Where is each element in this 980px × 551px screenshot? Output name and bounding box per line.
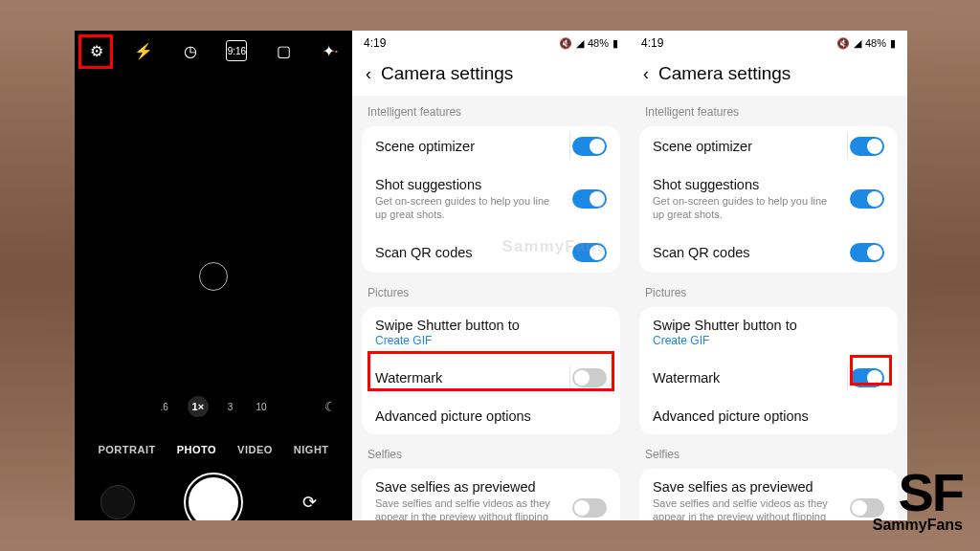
toggle-scene-optimizer[interactable]	[572, 137, 607, 156]
clock: 4:19	[641, 36, 663, 50]
timer-icon[interactable]: ◷	[180, 40, 201, 61]
section-pictures: Pictures	[630, 276, 907, 303]
toggle-scene-optimizer[interactable]	[850, 137, 884, 156]
section-selfies: Selfies	[630, 438, 907, 465]
shutter-button[interactable]	[186, 474, 241, 520]
section-pictures: Pictures	[352, 276, 630, 303]
viewfinder[interactable]	[75, 71, 352, 339]
clock: 4:19	[364, 36, 386, 50]
card-pictures: Swipe Shutter button to Create GIF Water…	[362, 307, 620, 434]
gallery-thumbnail[interactable]	[100, 485, 135, 519]
card-intelligent: Scene optimizer Shot suggestions Get on-…	[639, 126, 898, 273]
row-shot-suggestions[interactable]: Shot suggestions Get on-screen guides to…	[639, 166, 898, 232]
page-title: Camera settings	[658, 63, 791, 84]
settings-header: ‹ Camera settings	[630, 55, 907, 96]
status-icons: 🔇 ◢ 48% ▮	[559, 36, 618, 50]
row-advanced[interactable]: Advanced picture options	[639, 398, 898, 434]
status-bar: 4:19 🔇 ◢ 48% ▮	[630, 31, 907, 55]
night-icon[interactable]: ☾	[324, 399, 337, 414]
signal-icon: ◢	[854, 37, 861, 50]
row-watermark[interactable]: Watermark	[362, 358, 620, 398]
card-selfies: Save selfies as previewed Save selfies a…	[362, 469, 620, 520]
row-swipe-shutter[interactable]: Swipe Shutter button to Create GIF	[362, 307, 620, 358]
back-icon[interactable]: ‹	[643, 64, 649, 84]
section-selfies: Selfies	[352, 438, 630, 465]
mute-icon: 🔇	[559, 37, 572, 50]
battery-icon: ▮	[612, 37, 618, 50]
zoom-wide[interactable]: .6	[156, 398, 171, 416]
ratio-icon[interactable]: 9:16	[226, 40, 247, 61]
page-title: Camera settings	[381, 63, 513, 84]
zoom-10x[interactable]: 10	[252, 398, 270, 416]
zoom-3x[interactable]: 3	[224, 398, 237, 416]
card-intelligent: Scene optimizer Shot suggestions Get on-…	[362, 126, 620, 273]
toggle-scan-qr[interactable]	[850, 243, 884, 262]
row-shot-suggestions[interactable]: Shot suggestions Get on-screen guides to…	[362, 166, 620, 232]
gear-icon[interactable]: ⚙	[86, 40, 107, 61]
mode-selector[interactable]: PORTRAIT PHOTO VIDEO NIGHT	[75, 444, 352, 455]
zoom-controls: .6 1× 3 10 ☾	[75, 396, 352, 417]
row-swipe-shutter[interactable]: Swipe Shutter button to Create GIF	[639, 307, 898, 358]
toggle-shot-suggestions[interactable]	[572, 189, 607, 209]
zoom-1x[interactable]: 1×	[188, 396, 209, 417]
camera-app-screen: ⚙ ⚡ ◷ 9:16 ▢ ✦• .6 1× 3 10 ☾ PORTRAIT PH…	[75, 31, 352, 520]
card-selfies: Save selfies as previewed Save selfies a…	[639, 469, 898, 520]
battery-text: 48%	[588, 37, 609, 49]
mode-portrait[interactable]: PORTRAIT	[98, 444, 155, 455]
status-bar: 4:19 🔇 ◢ 48% ▮	[352, 31, 630, 55]
battery-icon: ▮	[890, 37, 896, 50]
toggle-watermark-off[interactable]	[572, 368, 607, 387]
flash-icon[interactable]: ⚡	[133, 40, 154, 61]
row-watermark[interactable]: Watermark	[639, 358, 898, 398]
toggle-watermark-on[interactable]	[850, 368, 884, 387]
row-scan-qr[interactable]: Scan QR codes	[639, 232, 898, 273]
motion-icon[interactable]: ▢	[273, 40, 294, 61]
row-save-selfies[interactable]: Save selfies as previewed Save selfies a…	[639, 469, 898, 520]
status-icons: 🔇 ◢ 48% ▮	[836, 36, 896, 50]
settings-screen-on: 4:19 🔇 ◢ 48% ▮ ‹ Camera settings Intelli…	[630, 31, 907, 520]
settings-screen-off: 4:19 🔇 ◢ 48% ▮ ‹ Camera settings Intelli…	[352, 31, 630, 520]
shutter-row: ⟳	[75, 474, 352, 520]
row-scene-optimizer[interactable]: Scene optimizer	[362, 126, 620, 166]
row-scan-qr[interactable]: Scan QR codes	[362, 232, 620, 273]
battery-text: 48%	[865, 37, 886, 49]
back-icon[interactable]: ‹	[366, 64, 371, 84]
brand-logo: SF SammyFans	[873, 469, 963, 534]
mode-photo[interactable]: PHOTO	[177, 444, 216, 455]
camera-top-toolbar: ⚙ ⚡ ◷ 9:16 ▢ ✦•	[75, 31, 352, 71]
mute-icon: 🔇	[836, 37, 850, 50]
camera-swap-icon[interactable]: ⟳	[292, 485, 326, 519]
toggle-save-selfies[interactable]	[572, 498, 607, 518]
signal-icon: ◢	[576, 37, 584, 50]
row-advanced[interactable]: Advanced picture options	[362, 398, 620, 434]
card-pictures: Swipe Shutter button to Create GIF Water…	[639, 307, 898, 434]
focus-indicator	[199, 262, 228, 291]
section-intelligent: Intelligent features	[352, 96, 630, 122]
mode-video[interactable]: VIDEO	[237, 444, 273, 455]
row-scene-optimizer[interactable]: Scene optimizer	[639, 126, 898, 166]
filters-icon[interactable]: ✦•	[320, 40, 341, 61]
section-intelligent: Intelligent features	[630, 96, 907, 122]
mode-night[interactable]: NIGHT	[294, 444, 329, 455]
toggle-scan-qr[interactable]	[572, 243, 607, 262]
toggle-shot-suggestions[interactable]	[850, 189, 884, 209]
settings-header: ‹ Camera settings	[352, 55, 630, 96]
row-save-selfies[interactable]: Save selfies as previewed Save selfies a…	[362, 469, 620, 520]
